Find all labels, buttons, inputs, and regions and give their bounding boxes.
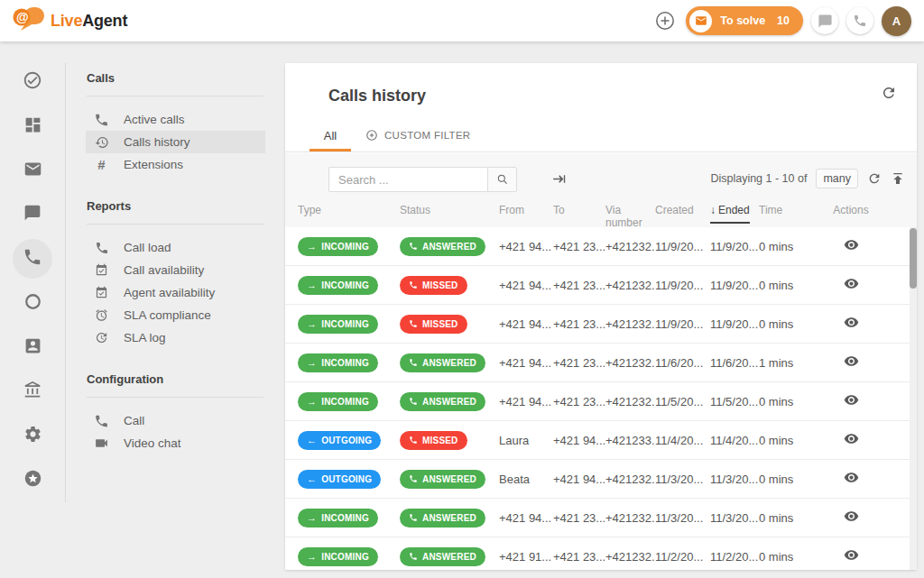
rail-item-check-circle[interactable] (13, 62, 52, 102)
nav-rail (0, 41, 65, 578)
column-header-actions[interactable]: Actions (811, 204, 891, 216)
refresh-icon (867, 171, 882, 186)
created-cell: 11/9/20... (655, 240, 710, 253)
menu-section-heading: Reports (66, 191, 265, 224)
phone-icon (94, 110, 109, 130)
column-header-status[interactable]: Status (400, 204, 499, 216)
rail-item-ring[interactable] (13, 283, 52, 323)
arrow-right-icon: → (307, 319, 317, 329)
column-header-from[interactable]: From (499, 204, 553, 216)
eye-icon (844, 237, 859, 252)
via-number-cell: +421232... (605, 550, 655, 564)
status-badge: ANSWERED (400, 353, 485, 372)
scrollbar-thumb[interactable] (910, 228, 917, 289)
column-header-via-number[interactable]: Via number (605, 204, 655, 229)
column-header-type[interactable]: Type (298, 204, 400, 216)
sidebar-item-call[interactable]: Call (86, 409, 265, 432)
phone-icon (94, 411, 109, 431)
scroll-to-top-button[interactable] (891, 171, 905, 186)
phone-icon (409, 280, 418, 289)
rail-item-gear[interactable] (13, 416, 52, 455)
liveagent-logo[interactable]: @ LiveAgent (13, 5, 127, 36)
tab-all[interactable]: All (310, 122, 351, 151)
chat-icon (23, 204, 42, 225)
sidebar-item-sla-log[interactable]: SLA log (86, 326, 265, 349)
phone-icon (23, 247, 42, 271)
phone-icon (409, 436, 418, 445)
sidebar-item-label: SLA log (124, 331, 166, 344)
rail-item-star-circle[interactable] (13, 460, 52, 500)
phone-icon (409, 552, 418, 561)
rail-item-dashboard[interactable] (13, 106, 52, 146)
table-row: →INCOMING ANSWERED +421 94... +421 23...… (285, 344, 917, 382)
menu-section: Configuration Call Video chat (66, 364, 265, 470)
time-cell: 0 mins (759, 395, 811, 408)
column-header-ended[interactable]: ↓ Ended (710, 204, 759, 224)
rail-item-bank[interactable] (13, 372, 52, 411)
arrow-to-bar-icon (551, 171, 567, 187)
sidebar-item-calls-history[interactable]: Calls history (86, 131, 265, 153)
pagination-group: Displaying 1 - 10 of many (710, 169, 905, 188)
view-call-button[interactable] (844, 431, 859, 446)
arrow-right-icon: → (307, 397, 317, 407)
hash-icon: # (94, 158, 109, 171)
svg-text:@: @ (16, 10, 29, 24)
top-bar: @ LiveAgent To solve 10 (0, 0, 924, 41)
phone-icon (409, 319, 418, 328)
refresh-list-button[interactable] (867, 171, 882, 186)
sidebar-item-call-availability[interactable]: Call availability (86, 259, 265, 281)
chats-button[interactable] (811, 7, 838, 34)
sidebar-item-agent-availability[interactable]: Agent availability (86, 281, 265, 304)
status-badge: ANSWERED (400, 392, 485, 411)
sidebar-item-extensions[interactable]: # Extensions (86, 153, 265, 176)
from-cell: Laura (499, 434, 553, 447)
type-badge: ←OUTGOING (298, 431, 381, 450)
table-row: →INCOMING ANSWERED +421 91... +421 23...… (285, 537, 917, 570)
column-header-to[interactable]: To (553, 204, 605, 216)
table-row: ←OUTGOING ANSWERED Beata +421 94... +421… (285, 460, 917, 499)
view-call-button[interactable] (844, 547, 859, 563)
avatar[interactable]: A (882, 6, 911, 36)
created-cell: 11/6/20... (655, 356, 710, 370)
column-header-time[interactable]: Time (759, 204, 811, 216)
sidebar-item-call-load[interactable]: Call load (86, 236, 265, 259)
sidebar-item-video-chat[interactable]: Video chat (86, 432, 265, 454)
sidebar-item-label: Agent availability (124, 286, 215, 299)
refresh-button[interactable] (881, 85, 897, 105)
rail-item-mail[interactable] (13, 151, 52, 190)
view-call-button[interactable] (844, 315, 859, 330)
column-header-created[interactable]: Created (655, 204, 710, 216)
sidebar-item-active-calls[interactable]: Active calls (86, 108, 265, 131)
created-cell: 11/3/20... (655, 511, 710, 525)
eye-icon (844, 276, 859, 291)
type-badge: →INCOMING (298, 392, 378, 411)
search-button[interactable] (487, 167, 517, 192)
time-cell: 0 mins (759, 434, 811, 447)
rail-item-chat[interactable] (13, 195, 52, 234)
forward-filter-button[interactable] (551, 171, 567, 190)
sort-descending-icon: ↓ (710, 204, 716, 216)
sidebar-item-sla-compliance[interactable]: SLA compliance (86, 304, 265, 326)
search-input[interactable] (328, 167, 487, 192)
view-call-button[interactable] (844, 470, 859, 485)
view-call-button[interactable] (844, 509, 859, 524)
to-solve-button[interactable]: To solve 10 (686, 6, 803, 35)
menu-section: Reports Call load Call availability Agen… (66, 191, 265, 364)
rail-item-phone[interactable] (13, 239, 52, 279)
alarm-clock-icon (94, 308, 109, 322)
tab-custom-filter[interactable]: CUSTOM FILTER (351, 122, 485, 151)
search-box (328, 167, 517, 192)
view-call-button[interactable] (844, 392, 859, 408)
view-call-button[interactable] (844, 353, 859, 369)
view-call-button[interactable] (844, 276, 859, 291)
total-count-button[interactable]: many (816, 169, 858, 188)
add-new-button[interactable] (652, 8, 678, 33)
history-dashed-icon (94, 331, 109, 344)
rail-item-contacts-card[interactable] (13, 327, 52, 367)
sidebar-item-label: Call availability (124, 263, 204, 277)
view-call-button[interactable] (844, 237, 859, 252)
calls-button[interactable] (846, 7, 873, 34)
status-badge: MISSED (400, 431, 467, 450)
type-badge: →INCOMING (298, 237, 378, 256)
via-number-cell: +421232... (605, 472, 655, 486)
